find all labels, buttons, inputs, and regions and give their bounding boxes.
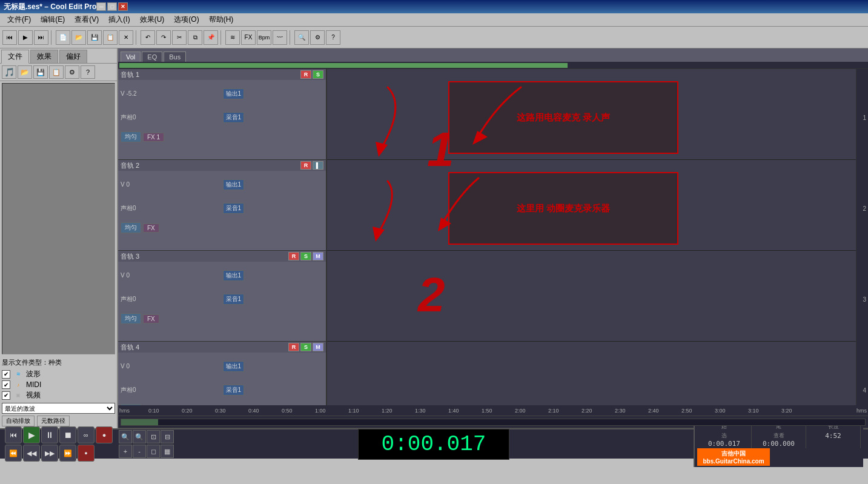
toolbar-mix-icon[interactable]: ≋ — [225, 30, 240, 45]
zoom-full-btn[interactable]: ⊟ — [161, 430, 174, 443]
maximize-button[interactable]: □ — [107, 2, 117, 11]
zoom-fit-btn[interactable]: ⊡ — [147, 430, 160, 443]
toolbar-copy-icon[interactable]: ⧉ — [188, 30, 202, 45]
toolbar-new-icon[interactable]: 📄 — [56, 30, 70, 45]
track-1-solo-btn[interactable]: S — [313, 70, 323, 79]
track-3-record-btn[interactable]: R — [288, 252, 299, 260]
zoom-sel-btn[interactable]: ◻ — [147, 445, 160, 458]
menu-insert[interactable]: 插入(I) — [104, 13, 134, 26]
track-1-record-btn[interactable]: R — [300, 70, 311, 79]
track-tab-vol[interactable]: Vol — [121, 51, 141, 62]
toolbar-wave-icon[interactable]: 〰 — [273, 30, 287, 45]
toolbar-paste-icon[interactable]: 📌 — [204, 30, 218, 45]
track-2-out-btn[interactable]: 输出1 — [223, 179, 245, 190]
zoom-vert-out-btn[interactable]: - — [133, 445, 146, 458]
track-3-solo-btn[interactable]: S — [300, 252, 311, 260]
track-4-solo-btn[interactable]: S — [300, 343, 311, 351]
toolbar-fx-icon[interactable]: FX — [241, 30, 256, 45]
waveform-track-3[interactable] — [327, 251, 868, 342]
menu-file[interactable]: 文件(F) — [2, 13, 36, 26]
waveform-track-4[interactable] — [327, 342, 868, 405]
tab-prefs[interactable]: 偏好 — [59, 50, 87, 63]
toolbar-close-icon[interactable]: ✕ — [119, 30, 133, 45]
toolbar-save2-icon[interactable]: 📋 — [103, 30, 118, 45]
tab-effects[interactable]: 效果 — [30, 50, 58, 63]
zoom-all-btn[interactable]: ▦ — [161, 445, 174, 458]
track-4-mute-btn[interactable]: M — [313, 343, 323, 351]
toolbar-forward-icon[interactable]: ⏭ — [34, 30, 48, 45]
toolbar-redo-icon[interactable]: ↷ — [156, 30, 171, 45]
waveform-track-2[interactable]: 这里用 动圈麦克录乐器 — [327, 160, 868, 251]
tab-files[interactable]: 文件 — [1, 50, 29, 64]
lp-save-btn[interactable]: 💾 — [33, 65, 48, 79]
wave-checkbox[interactable]: ✔ — [2, 370, 10, 379]
track-2-record-btn[interactable]: R — [300, 161, 311, 170]
toolbar-bpm-icon[interactable]: Bpm — [257, 30, 271, 45]
minimize-button[interactable]: ─ — [96, 2, 106, 11]
toolbar-save-icon[interactable]: 💾 — [87, 30, 102, 45]
transport-play-btn[interactable]: ▶ — [23, 426, 40, 443]
clear-path-btn[interactable]: 元数路径 — [37, 416, 70, 426]
track-1-in-btn[interactable]: 采音1 — [223, 112, 245, 123]
zoom-out-btn[interactable]: 🔍 — [133, 430, 146, 443]
track-2-in-btn[interactable]: 采音1 — [223, 203, 245, 214]
lp-import-btn[interactable]: 🎵 — [2, 65, 16, 79]
toolbar-open-icon[interactable]: 📂 — [71, 30, 86, 45]
transport-next-btn[interactable]: ⏩ — [59, 445, 76, 462]
toolbar-settings-icon[interactable]: ⚙ — [310, 30, 325, 45]
track-1-eq-btn[interactable]: 均匀 — [121, 131, 141, 142]
transport-pause-btn[interactable]: ⏸ — [41, 426, 58, 443]
zoom-in-btn[interactable]: 🔍 — [119, 430, 132, 443]
track-tab-eq[interactable]: EQ — [142, 51, 162, 62]
track-tab-bus[interactable]: Bus — [164, 51, 186, 62]
show-type-label: 显示文件类型：种类 — [2, 358, 115, 367]
menu-help[interactable]: 帮助(H) — [204, 13, 239, 26]
track-2-eq-btn[interactable]: 均匀 — [121, 222, 141, 233]
track-2-fx-btn[interactable]: FX — [143, 224, 159, 233]
transport-rew-btn[interactable]: ◀◀ — [23, 445, 40, 462]
lp-close-btn[interactable]: 📋 — [49, 65, 64, 79]
transport-record-btn[interactable]: ● — [96, 426, 113, 443]
transport-fwd-btn[interactable]: ▶▶ — [41, 445, 58, 462]
transport-goto-start-btn[interactable]: ⏮ — [5, 426, 22, 443]
track-2-mono-btn[interactable]: ▌ — [313, 161, 323, 170]
track-3-fx-btn[interactable]: FX — [143, 314, 159, 323]
lp-open-btn[interactable]: 📂 — [18, 65, 32, 79]
midi-checkbox[interactable]: ✔ — [2, 380, 10, 389]
transport-prev-btn[interactable]: ⏪ — [5, 445, 22, 462]
auto-sort-btn[interactable]: 自动排放 — [2, 416, 35, 426]
toolbar-help-icon[interactable]: ? — [326, 30, 340, 45]
ruler-2-00: 2:00 — [515, 408, 526, 414]
menu-view[interactable]: 查看(V) — [70, 13, 104, 26]
track-3-out-btn[interactable]: 输出1 — [223, 270, 245, 281]
track-1-out-btn[interactable]: 输出1 — [223, 88, 245, 99]
toolbar-play-icon[interactable]: ▶ — [18, 30, 33, 45]
toolbar-undo-icon[interactable]: ↶ — [141, 30, 155, 45]
track-3-eq-btn[interactable]: 均匀 — [121, 313, 141, 324]
video-checkbox[interactable]: ✔ — [2, 391, 10, 400]
waveform-area[interactable]: 这路用电容麦克 录人声 这里用 动圈麦克录乐器 — [327, 69, 868, 405]
zoom-vert-in-btn[interactable]: + — [119, 445, 132, 458]
menu-edit[interactable]: 编辑(E) — [36, 13, 70, 26]
toolbar-rewind-icon[interactable]: ⏮ — [2, 30, 17, 45]
lp-settings-btn[interactable]: ⚙ — [65, 65, 79, 79]
transport-loop-btn[interactable]: ∞ — [78, 426, 94, 443]
track-3-mute-btn[interactable]: M — [313, 252, 323, 260]
track-1-fx-btn[interactable]: FX 1 — [143, 133, 164, 142]
mini-timeline-bar[interactable] — [121, 419, 866, 426]
close-button[interactable]: ✕ — [118, 2, 128, 11]
menu-effects[interactable]: 效果(U) — [135, 13, 170, 26]
menu-options[interactable]: 选项(O) — [169, 13, 204, 26]
zoom-row-2: + - ◻ ▦ — [119, 445, 174, 458]
transport-record2-btn[interactable]: ● — [78, 445, 94, 462]
lp-help-btn[interactable]: ? — [81, 65, 95, 79]
sort-select[interactable]: 最近的激波 — [2, 403, 115, 414]
track-3-in-btn[interactable]: 采音1 — [223, 294, 245, 305]
track-4-out-btn[interactable]: 输出1 — [223, 361, 245, 372]
toolbar-cut-icon[interactable]: ✂ — [172, 30, 187, 45]
track-4-record-btn[interactable]: R — [288, 343, 299, 351]
toolbar-zoom-icon[interactable]: 🔍 — [294, 30, 309, 45]
transport-stop-btn[interactable]: ⏹ — [59, 426, 76, 443]
waveform-track-1[interactable]: 这路用电容麦克 录人声 — [327, 69, 868, 160]
track-4-in-btn[interactable]: 采音1 — [223, 385, 245, 396]
